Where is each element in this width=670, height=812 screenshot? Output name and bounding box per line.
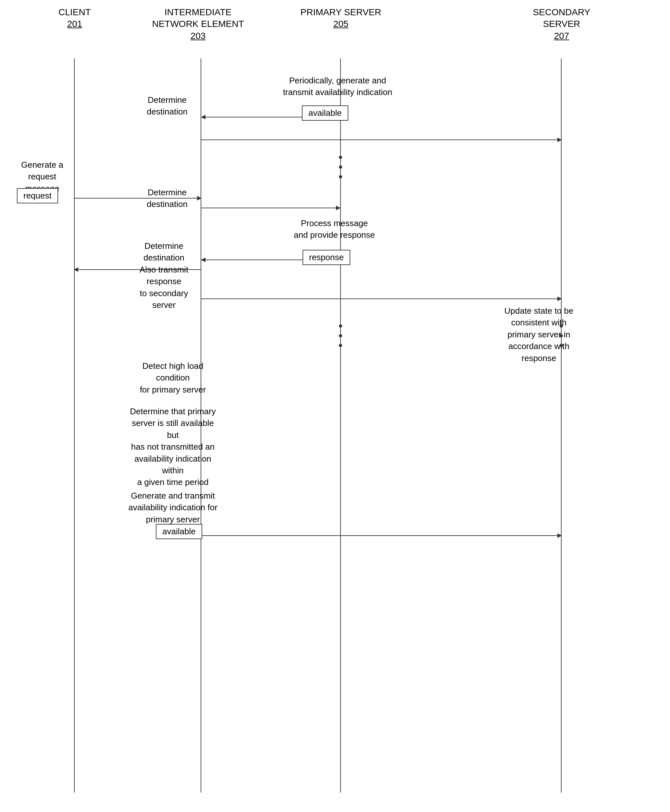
actor-intermediate: INTERMEDIATENETWORK ELEMENT 203 [140, 7, 256, 42]
dot-7 [560, 324, 563, 328]
dot-3 [339, 175, 342, 179]
sequence-diagram: CLIENT 201 INTERMEDIATENETWORK ELEMENT 2… [0, 0, 670, 812]
actor-client-title: CLIENT [26, 7, 124, 18]
dot-2 [339, 165, 342, 169]
actor-secondary-title: SECONDARYSERVER [510, 7, 614, 30]
lifeline-secondary [561, 58, 562, 793]
arrow-available2-to-secondary [201, 535, 562, 536]
actor-intermediate-number: 203 [140, 30, 256, 42]
label-determine-dest-3: DeterminedestinationAlso transmit respon… [130, 240, 198, 311]
arrow-intermediate-to-primary [201, 208, 340, 208]
dot-1 [339, 156, 342, 159]
label-determine-dest-1: Determinedestination [136, 94, 198, 118]
label-generate-transmit: Generate and transmitavailability indica… [127, 490, 219, 525]
actor-secondary: SECONDARYSERVER 207 [510, 7, 614, 42]
arrow-intermediate-to-secondary-2 [201, 299, 562, 299]
actor-secondary-number: 207 [510, 30, 614, 42]
label-process-message: Process messageand provide response [279, 217, 389, 241]
dot-6 [339, 344, 342, 347]
actor-intermediate-title: INTERMEDIATENETWORK ELEMENT [140, 7, 256, 30]
box-response: response [303, 250, 350, 265]
label-determine-primary: Determine that primaryserver is still av… [127, 405, 219, 488]
label-determine-dest-2: Determinedestination [136, 187, 198, 210]
actor-client-number: 201 [26, 18, 124, 30]
actor-primary: PRIMARY SERVER 205 [289, 7, 393, 30]
label-detect-high-load: Detect high load conditionfor primary se… [127, 360, 219, 395]
dot-5 [339, 334, 342, 338]
box-request: request [17, 188, 58, 203]
dot-9 [560, 344, 563, 347]
label-periodically: Periodically, generate andtransmit avail… [279, 74, 396, 98]
box-available-1: available [302, 105, 348, 121]
dot-8 [560, 334, 563, 338]
actor-primary-number: 205 [289, 18, 393, 30]
label-update-state: Update state to beconsistent withprimary… [490, 305, 587, 364]
box-available-2: available [156, 524, 202, 539]
arrow-intermediate-to-secondary-1 [201, 140, 562, 140]
actor-client: CLIENT 201 [26, 7, 124, 30]
dot-4 [339, 324, 342, 328]
actor-primary-title: PRIMARY SERVER [289, 7, 393, 18]
